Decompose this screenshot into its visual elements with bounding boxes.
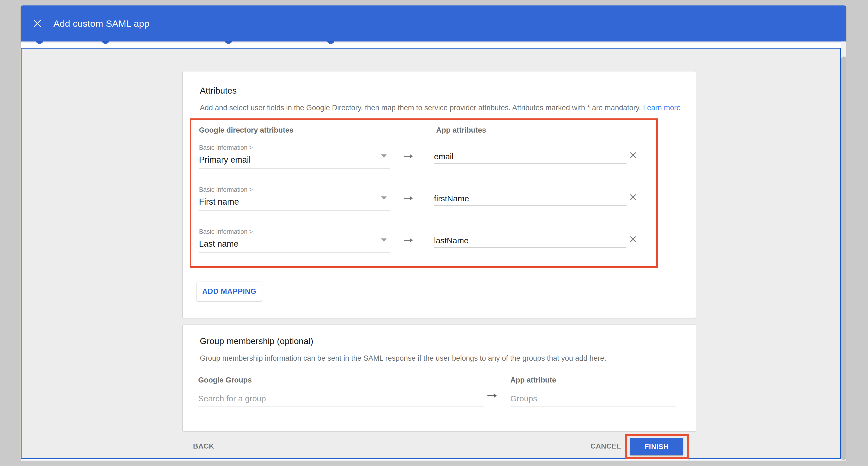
cancel-button[interactable]: CANCEL [590,442,621,450]
directory-attribute-select[interactable]: First name [199,195,391,211]
arrow-right-icon [403,195,413,202]
app-attribute-input[interactable] [434,234,626,248]
app-attribute-input[interactable] [434,192,626,206]
mapping-row: Basic Information > Primary email [199,142,652,182]
add-custom-saml-app-dialog: Add custom SAML app Attributes Add and s… [0,0,868,466]
remove-mapping-button[interactable] [627,192,639,203]
arrow-right-icon [487,392,497,400]
directory-attribute-category: Basic Information > [199,228,253,235]
finish-button[interactable]: FINISH [630,438,683,455]
app-attribute-input[interactable] [434,150,626,164]
directory-attribute-select[interactable]: Primary email [199,153,391,169]
dialog-header: Add custom SAML app [21,5,846,41]
directory-attribute-value: Primary email [199,155,251,165]
add-mapping-button[interactable]: ADD MAPPING [196,282,262,301]
attributes-description-text: Add and select user fields in the Google… [200,104,641,112]
column-header-google-directory-attributes: Google directory attributes [199,126,293,135]
dialog-title: Add custom SAML app [54,5,149,41]
mapping-row: Basic Information > Last name [199,227,652,266]
directory-attribute-category: Basic Information > [199,186,253,194]
directory-attribute-value: Last name [199,239,239,249]
remove-icon [628,193,638,203]
group-card-description: Group membership information can be sent… [200,354,606,362]
remove-icon [628,151,638,161]
field-underline [199,252,391,253]
group-card-title: Group membership (optional) [200,336,313,346]
arrow-right-icon [403,153,413,161]
arrow-right-icon [403,237,413,244]
chevron-down-icon [381,197,386,200]
directory-attribute-category: Basic Information > [199,144,253,151]
chevron-down-icon [381,238,386,242]
attributes-card-title: Attributes [200,86,237,96]
remove-mapping-button[interactable] [627,234,639,245]
group-membership-card: Group membership (optional) Group member… [183,325,696,431]
field-underline [199,210,391,211]
app-attribute-label: App attribute [510,376,556,384]
learn-more-link[interactable]: Learn more [643,104,681,112]
scrollbar-thumb[interactable] [841,56,846,460]
remove-icon [628,235,638,245]
directory-attribute-select[interactable]: Last name [199,237,391,253]
group-search-input[interactable] [198,391,484,407]
directory-attribute-value: First name [199,197,239,207]
close-icon [33,19,42,29]
remove-mapping-button[interactable] [627,150,639,161]
attributes-card-description: Add and select user fields in the Google… [200,104,681,112]
column-header-app-attributes: App attributes [436,126,486,135]
back-button[interactable]: BACK [193,442,214,450]
close-button[interactable] [32,19,42,29]
group-app-attribute-input[interactable] [510,391,676,407]
google-groups-label: Google Groups [198,376,252,384]
chevron-down-icon [381,154,386,158]
mapping-row: Basic Information > First name [199,184,652,224]
field-underline [199,168,391,169]
